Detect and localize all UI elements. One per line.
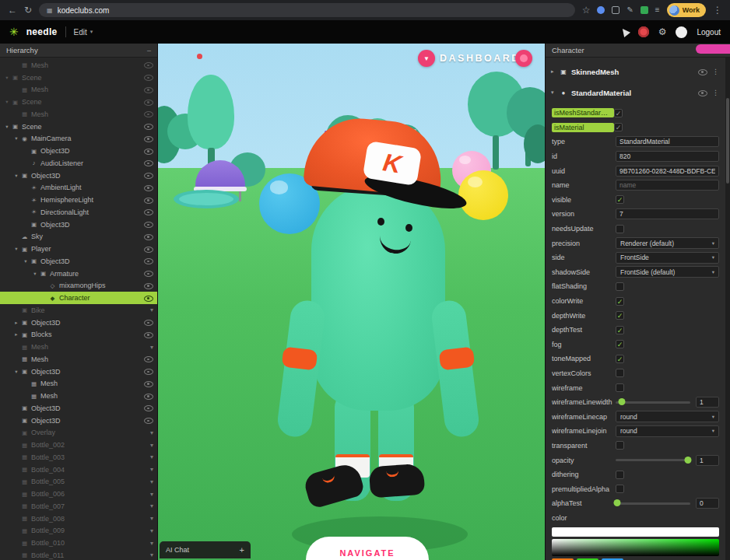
- cursor-tool-icon[interactable]: [619, 26, 630, 37]
- chevron-open-icon[interactable]: ▾: [12, 135, 20, 142]
- slider[interactable]: [616, 401, 690, 404]
- chevron-down-icon[interactable]: ▾: [150, 466, 153, 473]
- hierarchy-item-bottle_010[interactable]: ▦Bottle_010▾: [0, 537, 157, 549]
- hierarchy-item-mesh[interactable]: ▦Mesh: [0, 378, 157, 390]
- text-input[interactable]: [616, 136, 719, 147]
- checkbox[interactable]: ✓: [614, 109, 623, 117]
- chevron-down-icon[interactable]: ▾: [150, 453, 153, 460]
- app-logo[interactable]: needle: [26, 26, 58, 37]
- chevron-open-icon[interactable]: ▾: [3, 75, 11, 81]
- visibility-eye-icon[interactable]: [144, 122, 153, 131]
- browser-menu-icon[interactable]: ⋮: [713, 5, 722, 15]
- hierarchy-item-armature[interactable]: ▾▣Armature: [0, 268, 157, 280]
- hierarchy-item-object3d[interactable]: ▣Object3D: [0, 219, 157, 231]
- chevron-down-icon[interactable]: ▾: [150, 527, 153, 534]
- text-input[interactable]: [616, 166, 719, 177]
- checkbox[interactable]: [616, 441, 624, 450]
- kebab-menu-icon[interactable]: ⋮: [712, 89, 719, 96]
- hierarchy-item-bike[interactable]: ▣Bike▾: [0, 304, 157, 317]
- extension-icon[interactable]: [641, 6, 648, 14]
- chevron-down-icon[interactable]: ▾: [150, 478, 153, 485]
- hierarchy-item-sky[interactable]: ☁Sky: [0, 231, 157, 243]
- reload-icon[interactable]: ↻: [24, 5, 32, 15]
- visibility-eye-icon[interactable]: [698, 89, 707, 97]
- visibility-eye-icon[interactable]: [144, 257, 153, 265]
- slider[interactable]: [616, 459, 690, 461]
- chevron-open-icon[interactable]: ▾: [22, 258, 30, 264]
- hierarchy-item-object3d[interactable]: ▾▣Object3D: [0, 255, 157, 268]
- text-input[interactable]: [616, 151, 719, 162]
- panel-collapse-icon[interactable]: –: [147, 47, 151, 54]
- visibility-eye-icon[interactable]: [144, 110, 153, 118]
- hierarchy-item-hemispherelight[interactable]: ☀HemisphereLight: [0, 194, 157, 206]
- bookmark-star-icon[interactable]: ☆: [582, 5, 591, 15]
- select-dropdown[interactable]: FrontSide (default)▾: [616, 266, 719, 278]
- hierarchy-item-mesh[interactable]: ▦Mesh: [0, 108, 157, 121]
- visibility-eye-icon[interactable]: [144, 404, 153, 412]
- hierarchy-item-directionallight[interactable]: ☀DirectionalLight: [0, 206, 157, 219]
- hierarchy-item-mixamonghips[interactable]: ◇mixamongHips: [0, 280, 157, 292]
- hierarchy-item-audiolistener[interactable]: ♪AudioListener: [0, 157, 157, 170]
- map-button[interactable]: [515, 50, 532, 67]
- visibility-eye-icon[interactable]: [698, 68, 707, 76]
- checkbox[interactable]: ✓: [616, 340, 624, 348]
- hierarchy-item-bottle_008[interactable]: ▦Bottle_008▾: [0, 513, 157, 525]
- pencil-extension-icon[interactable]: ✎: [626, 6, 633, 14]
- select-dropdown[interactable]: round▾: [616, 411, 719, 422]
- chevron-open-icon[interactable]: ▾: [3, 124, 11, 130]
- hierarchy-item-object3d[interactable]: ▣Object3D: [0, 402, 157, 415]
- number-input[interactable]: 1: [696, 455, 719, 466]
- checkbox[interactable]: [616, 471, 624, 479]
- chevron-open-icon[interactable]: ▾: [3, 99, 11, 105]
- visibility-eye-icon[interactable]: [144, 416, 153, 425]
- record-button[interactable]: [638, 26, 649, 37]
- visibility-eye-icon[interactable]: [144, 171, 153, 180]
- text-input[interactable]: [616, 208, 719, 219]
- chevron-down-icon[interactable]: ▾: [551, 89, 559, 96]
- checkbox[interactable]: ✓: [616, 297, 624, 306]
- number-input[interactable]: 1: [696, 397, 719, 408]
- visibility-eye-icon[interactable]: [144, 86, 153, 94]
- color-swatch-white[interactable]: [552, 527, 719, 537]
- visibility-eye-icon[interactable]: [144, 208, 153, 216]
- checkbox[interactable]: ✓: [616, 355, 624, 363]
- chevron-down-icon[interactable]: ▾: [150, 442, 153, 449]
- hierarchy-item-bottle_011[interactable]: ▦Bottle_011▾: [0, 549, 157, 560]
- visibility-eye-icon[interactable]: [144, 61, 153, 69]
- browser-profile-chip[interactable]: Work: [667, 3, 706, 17]
- checkbox[interactable]: ✓: [616, 311, 624, 320]
- hierarchy-item-object3d[interactable]: ▾▣Object3D: [0, 366, 157, 378]
- hierarchy-item-blocks[interactable]: ▸▣Blocks: [0, 329, 157, 341]
- hierarchy-item-mesh[interactable]: ▦Mesh: [0, 59, 157, 72]
- extension-icon[interactable]: [597, 6, 605, 14]
- inspector-scrollbar[interactable]: [725, 58, 730, 560]
- hierarchy-item-player[interactable]: ▾▣Player: [0, 243, 157, 255]
- hierarchy-item-character[interactable]: ◆Character: [0, 292, 157, 304]
- chevron-down-icon[interactable]: ▾: [150, 540, 153, 547]
- select-dropdown[interactable]: round▾: [616, 425, 719, 437]
- dashboard-pin-icon[interactable]: ▼: [418, 50, 435, 67]
- hierarchy-item-bottle_006[interactable]: ▦Bottle_006▾: [0, 488, 157, 500]
- visibility-eye-icon[interactable]: [144, 159, 153, 167]
- visibility-eye-icon[interactable]: [144, 392, 153, 401]
- chevron-down-icon[interactable]: ▾: [150, 515, 153, 522]
- back-icon[interactable]: ←: [8, 5, 17, 15]
- visibility-eye-icon[interactable]: [144, 380, 153, 388]
- user-avatar[interactable]: [676, 26, 687, 38]
- visibility-eye-icon[interactable]: [144, 233, 153, 241]
- edit-menu[interactable]: Edit ▾: [74, 28, 93, 37]
- visibility-eye-icon[interactable]: [144, 269, 153, 278]
- hierarchy-item-bottle_005[interactable]: ▦Bottle_005▾: [0, 476, 157, 488]
- hierarchy-item-overlay[interactable]: ▣Overlay▾: [0, 427, 157, 439]
- visibility-eye-icon[interactable]: [144, 318, 153, 327]
- visibility-eye-icon[interactable]: [144, 184, 153, 192]
- logout-button[interactable]: Logout: [697, 28, 721, 37]
- hierarchy-item-mesh[interactable]: ▦Mesh: [0, 390, 157, 402]
- hierarchy-item-scene[interactable]: ▾▣Scene: [0, 72, 157, 84]
- component-standardmaterial[interactable]: ▾ ● StandardMaterial ⋮: [546, 86, 730, 100]
- hierarchy-item-object3d[interactable]: ▣Object3D: [0, 415, 157, 427]
- color-picker-gradient[interactable]: [552, 539, 719, 556]
- chevron-down-icon[interactable]: ▾: [150, 344, 153, 351]
- chevron-closed-icon[interactable]: ▸: [12, 320, 20, 326]
- checkbox[interactable]: ✓: [616, 195, 624, 204]
